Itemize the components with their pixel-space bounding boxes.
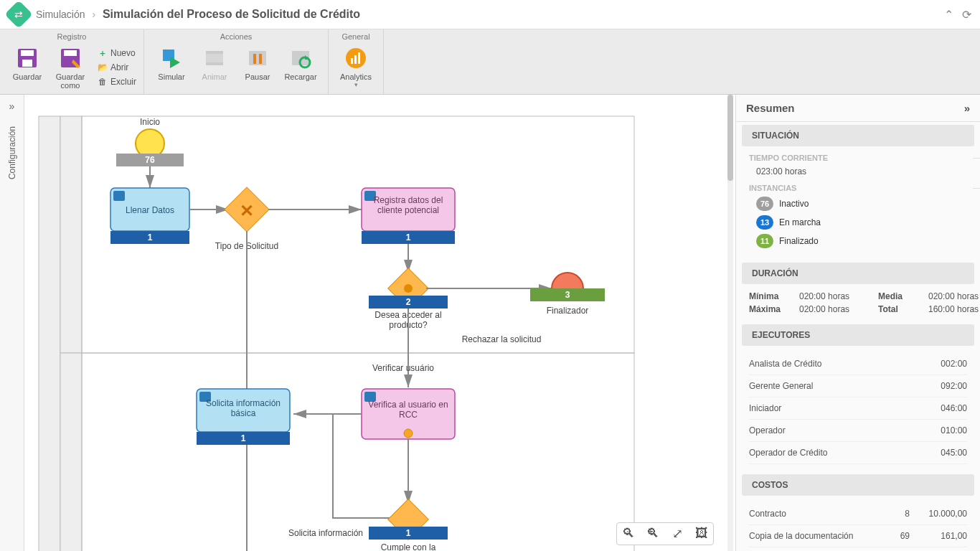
instance-inactive: 76 Inactivo (756, 197, 967, 211)
trash-icon: 🗑 (98, 77, 108, 87)
svg-text:76: 76 (145, 155, 155, 165)
ribbon-group-registro: Registro (0, 29, 143, 44)
list-item: Operador010:00 (749, 420, 967, 442)
chevron-right-icon: › (92, 9, 95, 20)
ribbon-group-general: General (329, 29, 383, 44)
ribbon: Registro Guardar Guardar como ＋Nuevo 📂Ab… (0, 29, 980, 95)
svg-text:Verificar usuário: Verificar usuário (372, 363, 434, 373)
canvas[interactable]: Solicitud de Crédito Ventas y Promoción … (24, 95, 736, 551)
chevron-down-icon: ▾ (354, 81, 358, 88)
svg-rect-27 (113, 191, 125, 201)
svg-rect-24 (82, 353, 634, 551)
svg-rect-1 (21, 50, 34, 56)
svg-rect-2 (22, 60, 32, 67)
svg-text:1: 1 (241, 433, 246, 443)
svg-marker-6 (170, 57, 180, 68)
expand-icon[interactable]: » (9, 100, 15, 112)
svg-text:1: 1 (406, 232, 411, 242)
costs-list: Contracto810.000,00 Copia de la document… (736, 496, 980, 551)
svg-point-55 (404, 429, 413, 438)
current-time: 023:00 horas (756, 166, 967, 176)
fit-icon[interactable]: ⤢ (669, 526, 686, 542)
expand-right-icon[interactable]: » (964, 102, 970, 114)
film-icon (203, 47, 226, 70)
svg-rect-4 (64, 50, 77, 56)
svg-text:1: 1 (406, 528, 411, 538)
section-situacion: SITUACIÓN (742, 125, 974, 146)
list-item: Copia de la documentación69161,00 (749, 525, 967, 547)
svg-rect-22 (60, 353, 82, 551)
svg-point-44 (404, 284, 413, 293)
executors-list: Analista de Crédito002:00 Gerente Genera… (736, 346, 980, 471)
list-item: Gerente General092:00 (749, 375, 967, 397)
svg-text:✕: ✕ (240, 201, 254, 220)
svg-rect-17 (351, 58, 353, 64)
vertical-scrollbar[interactable] (727, 95, 733, 551)
pause-icon (246, 47, 269, 70)
header: ⇄ Simulación › Simulación del Proceso de… (0, 0, 980, 29)
summary-title: Resumen (746, 102, 795, 114)
instance-running: 13 En marcha (756, 215, 967, 230)
save-button[interactable]: Guardar (6, 47, 49, 81)
svg-text:1: 1 (148, 232, 153, 242)
reload-button[interactable]: Recargar (279, 47, 322, 81)
collapse-up-icon[interactable]: ⌃ (944, 8, 953, 22)
animate-button: Animar (193, 47, 236, 81)
reload-icon (289, 47, 312, 70)
bpmn-diagram: Solicitud de Crédito Ventas y Promoción … (24, 95, 736, 551)
ribbon-group-acciones: Acciones (144, 29, 328, 44)
svg-rect-21 (60, 116, 82, 353)
svg-rect-12 (259, 54, 262, 64)
breadcrumb: Simulación › Simulación del Proceso de S… (36, 8, 360, 21)
end-event[interactable] (552, 273, 583, 288)
sidebar-label[interactable]: Configuración (7, 126, 17, 179)
image-icon[interactable]: 🖼︎ (693, 526, 710, 542)
svg-rect-8 (206, 51, 223, 54)
section-ejecutores: EJECUTORES (742, 324, 974, 346)
plus-icon: ＋ (98, 48, 108, 58)
svg-rect-9 (206, 62, 223, 65)
open-button[interactable]: 📂Abrir (96, 61, 138, 74)
svg-rect-19 (358, 52, 360, 64)
list-item: Contracto810.000,00 (749, 503, 967, 525)
page-title: Simulación del Proceso de Solicitud de C… (103, 8, 360, 20)
instance-finished: 11 Finalizado (756, 234, 967, 248)
delete-button[interactable]: 🗑Excluir (96, 75, 138, 88)
save-as-icon (59, 47, 82, 70)
section-duracion: DURACIÓN (742, 263, 974, 284)
svg-text:Finalizador: Finalizador (547, 306, 589, 316)
svg-text:Cumple con la: Cumple con la (381, 542, 436, 551)
section-costos: COSTOS (742, 474, 974, 496)
zoom-in-icon[interactable]: 🔍︎+ (644, 526, 661, 542)
simulate-button[interactable]: Simular (150, 47, 193, 81)
left-sidebar: » Configuración (0, 95, 24, 551)
refresh-icon[interactable]: ⟳ (962, 8, 971, 22)
start-label: Inicio (140, 117, 160, 127)
svg-text:Rechazar la solicitud: Rechazar la solicitud (462, 334, 542, 344)
svg-rect-11 (253, 54, 256, 64)
zoom-toolbar: 🔍︎ 🔍︎+ ⤢ 🖼︎ (616, 522, 714, 545)
folder-open-icon: 📂 (98, 62, 108, 72)
list-item: Analista de Crédito002:00 (749, 353, 967, 375)
svg-text:3: 3 (565, 290, 570, 300)
svg-text:Llenar Datos: Llenar Datos (126, 205, 174, 215)
summary-panel: Resumen » SITUACIÓN TIEMPO CORRIENTE 023… (736, 95, 980, 551)
zoom-out-icon[interactable]: 🔍︎ (620, 526, 637, 542)
svg-rect-18 (354, 55, 357, 64)
list-item: Iniciador046:00 (749, 397, 967, 420)
play-icon (160, 47, 183, 70)
pause-button[interactable]: Pausar (236, 47, 279, 81)
chart-icon (344, 47, 367, 70)
list-item: Operador de Crédito045:00 (749, 442, 967, 464)
app-logo: ⇄ (4, 0, 33, 29)
new-button[interactable]: ＋Nuevo (96, 47, 138, 60)
breadcrumb-root[interactable]: Simulación (36, 9, 85, 20)
svg-text:2: 2 (406, 297, 411, 307)
save-as-button[interactable]: Guardar como (49, 47, 92, 90)
svg-text:Solicita información: Solicita información (288, 528, 363, 538)
analytics-button[interactable]: Analytics ▾ (334, 47, 377, 88)
svg-rect-10 (249, 51, 266, 65)
gateway-tipo-solicitud[interactable]: ✕ (225, 187, 269, 232)
svg-rect-20 (39, 116, 60, 551)
save-icon (16, 47, 39, 70)
